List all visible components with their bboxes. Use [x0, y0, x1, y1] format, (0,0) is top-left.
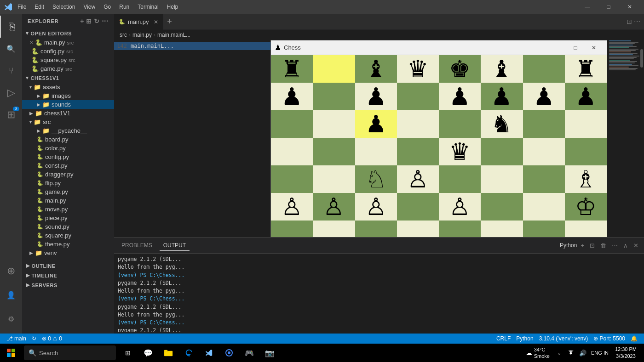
servers-section[interactable]: ▶ SERVERS [22, 280, 114, 290]
tray-notifications[interactable]: ⌄ [553, 344, 564, 362]
status-language[interactable]: Python [513, 335, 536, 342]
explorer-activity-icon[interactable]: ⎘ [0, 16, 22, 38]
tree-assets-folder[interactable]: ▾ 📁 assets [22, 83, 114, 91]
menu-edit[interactable]: Edit [31, 3, 48, 11]
chess-window-title: Chess [284, 44, 548, 51]
source-control-activity-icon[interactable]: ⑂ [0, 60, 22, 82]
taskbar-app-vscode[interactable] [199, 344, 219, 362]
tree-config-py[interactable]: 🐍 config.py [22, 153, 114, 161]
terminal-trash-icon[interactable]: 🗑 [598, 241, 608, 250]
menu-view[interactable]: View [80, 3, 99, 11]
tree-color-py[interactable]: 🐍 color.py [22, 144, 114, 153]
open-editor-game-py[interactable]: 🐍 game.py src [22, 64, 114, 73]
extensions-activity-icon[interactable]: ⊞ 3 [0, 104, 22, 126]
close-file-icon[interactable]: ✕ [29, 40, 33, 45]
sidebar-new-file-icon[interactable]: + [80, 17, 84, 25]
menu-go[interactable]: Go [100, 3, 115, 11]
system-clock[interactable]: 12:30 PM 3/3/2023 [611, 346, 640, 360]
terminal-new-icon[interactable]: + [579, 241, 586, 250]
tray-network[interactable] [565, 344, 576, 362]
py-icon4: 🐍 [37, 163, 43, 169]
status-notifications[interactable]: 🔔 [628, 335, 640, 342]
tab-main-py[interactable]: 🐍 main.py ✕ [114, 14, 163, 30]
breadcrumb-mainpy[interactable]: main.py [132, 32, 152, 38]
status-eol[interactable]: CRLF [494, 335, 513, 342]
open-editor-config-py[interactable]: 🐍 config.py src [22, 47, 114, 56]
taskbar-app-taskview[interactable]: ⊞ [118, 344, 138, 362]
open-editor-square-py[interactable]: 🐍 square.py src [22, 56, 114, 64]
split-editor-icon[interactable]: ⊡ [627, 18, 632, 25]
menu-file[interactable]: File [14, 3, 30, 11]
chess-minimize-button[interactable]: — [548, 40, 566, 55]
editor-scrollbar[interactable] [640, 49, 643, 68]
taskbar-app-xbox[interactable]: 🎮 [239, 344, 259, 362]
tab-close-icon[interactable]: ✕ [154, 19, 158, 25]
tree-venv-folder[interactable]: ▶ 📁 venv [22, 249, 114, 257]
minimize-button[interactable]: — [577, 0, 598, 14]
terminal-split-icon[interactable]: ⊡ [588, 241, 597, 250]
maximize-button[interactable]: □ [598, 0, 619, 14]
taskbar-app-chrome[interactable] [219, 344, 239, 362]
taskbar-app-edge[interactable] [178, 344, 199, 362]
taskbar-app-explorer[interactable] [158, 344, 178, 362]
taskbar-weather[interactable]: ☁ 34°C Smoke [523, 346, 552, 360]
open-editor-main-py[interactable]: ✕ 🐍 main.py src [22, 38, 114, 47]
tree-const-py[interactable]: 🐍 const.py [22, 161, 114, 170]
status-sync[interactable]: ↻ [29, 335, 39, 342]
chess-maximize-button[interactable]: □ [566, 40, 585, 55]
tree-board-py[interactable]: 🐍 board.py [22, 135, 114, 144]
menu-run[interactable]: Run [115, 3, 133, 11]
tree-main-py[interactable]: 🐍 main.py [22, 196, 114, 205]
menu-terminal[interactable]: Terminal [134, 3, 162, 11]
tree-sounds-folder[interactable]: ▶ 📁 sounds [22, 100, 114, 109]
menu-help[interactable]: Help [163, 3, 182, 11]
tree-dragger-py[interactable]: 🐍 dragger.py [22, 170, 114, 179]
sidebar-refresh-icon[interactable]: ↻ [94, 17, 100, 25]
tab-add-button[interactable]: + [163, 14, 176, 30]
terminal-tab-output[interactable]: OUTPUT [160, 240, 190, 251]
status-errors[interactable]: ⊗ 0 ⚠ 0 [39, 335, 65, 342]
tree-flip-py[interactable]: 🐍 flip.py [22, 179, 114, 187]
taskbar-search[interactable]: 🔍 Search [24, 345, 116, 360]
taskbar-app-camera[interactable]: 📷 [259, 344, 280, 362]
terminal-collapse-icon[interactable]: ∧ [621, 241, 630, 250]
remote-activity-icon[interactable]: ⊕ [0, 260, 22, 282]
sidebar-collapse-icon[interactable]: ⋯ [102, 17, 109, 25]
start-button[interactable] [0, 344, 22, 362]
more-actions-icon[interactable]: ⋯ [634, 18, 640, 25]
chess1v1-project-section[interactable]: ▾ CHESS1V1 [22, 73, 114, 83]
status-python-version[interactable]: 3.10.4 ('venv': venv) [536, 335, 591, 342]
open-editors-section[interactable]: ▾ OPEN EDITORS [22, 28, 114, 38]
tree-chess1v1-folder[interactable]: ▶ 📁 chess1V1 [22, 109, 114, 118]
tree-square-py[interactable]: 🐍 square.py [22, 231, 114, 240]
status-port[interactable]: ⊕ Port: 5500 [591, 335, 628, 342]
sidebar-header: EXPLORER + ⊞ ↻ ⋯ [22, 14, 114, 28]
tree-src-folder[interactable]: ▾ 📁 src [22, 118, 114, 126]
tree-images-folder[interactable]: ▶ 📁 images [22, 91, 114, 100]
tree-pycache-folder[interactable]: ▶ 📁 __pycache__ [22, 126, 114, 135]
close-button[interactable]: ✕ [619, 0, 640, 14]
menu-selection[interactable]: Selection [49, 3, 79, 11]
breadcrumb-symbol[interactable]: main.mainL... [157, 32, 190, 38]
taskbar-app-chat[interactable]: 💬 [138, 344, 158, 362]
terminal-close-icon[interactable]: ✕ [632, 241, 640, 250]
terminal-tab-problems[interactable]: PROBLEMS [118, 240, 156, 250]
account-activity-icon[interactable]: 👤 [0, 284, 22, 306]
breadcrumb-src[interactable]: src [120, 32, 127, 38]
chess-close-button[interactable]: ✕ [585, 40, 603, 55]
tree-sound-py[interactable]: 🐍 sound.py [22, 222, 114, 231]
tree-move-py[interactable]: 🐍 move.py [22, 205, 114, 214]
settings-activity-icon[interactable]: ⚙ [0, 308, 22, 330]
run-debug-activity-icon[interactable]: ▷ [0, 82, 22, 104]
language-indicator[interactable]: ENG IN [589, 350, 610, 356]
tree-theme-py[interactable]: 🐍 theme.py [22, 240, 114, 249]
tree-piece-py[interactable]: 🐍 piece.py [22, 214, 114, 222]
terminal-more-icon[interactable]: ⋯ [610, 241, 620, 250]
sidebar-new-folder-icon[interactable]: ⊞ [86, 17, 92, 25]
outline-section[interactable]: ▶ OUTLINE [22, 261, 114, 271]
search-activity-icon[interactable]: 🔍 [0, 38, 22, 60]
tray-volume[interactable]: 🔊 [577, 344, 588, 362]
status-branch[interactable]: ⎇ main [4, 335, 29, 342]
timeline-section[interactable]: ▶ TIMELINE [22, 271, 114, 280]
tree-game-py[interactable]: 🐍 game.py [22, 187, 114, 196]
